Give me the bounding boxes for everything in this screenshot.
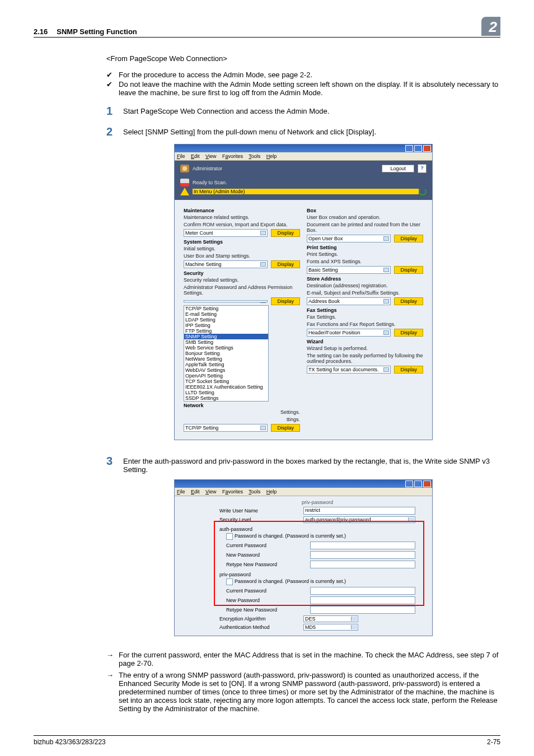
card-desc: Confirm ROM version, Import and Export d…: [184, 222, 300, 227]
dropdown-item[interactable]: IEEE802.1X Authentication Setting: [184, 384, 268, 390]
minimize-icon[interactable]: [405, 480, 413, 487]
card-title-security: Security: [184, 270, 300, 276]
note-arrow: For the current password, enter the MAC …: [106, 651, 500, 668]
select-maintenance[interactable]: Meter Count: [184, 229, 268, 237]
admin-label: Administrator: [193, 166, 222, 171]
input-new-password[interactable]: [310, 596, 415, 604]
dropdown-item-selected[interactable]: SNMP Setting: [184, 334, 268, 339]
display-button[interactable]: Display: [394, 329, 423, 337]
select-encryption-algorithm[interactable]: DES: [303, 615, 358, 622]
dropdown-item[interactable]: AppleTalk Setting: [184, 362, 268, 367]
menu-edit[interactable]: Edit: [191, 489, 200, 494]
menu-file[interactable]: File: [177, 489, 185, 494]
menu-view[interactable]: View: [205, 489, 216, 494]
note-arrow: The entry of a wrong SNMP password (auth…: [106, 671, 500, 713]
label-auth-password: auth-password: [219, 526, 415, 532]
display-button[interactable]: Display: [271, 229, 300, 237]
display-button[interactable]: Display: [394, 266, 423, 274]
menu-view[interactable]: View: [205, 153, 216, 159]
step-number: 1: [106, 105, 123, 118]
dropdown-item[interactable]: WebDAV Settings: [184, 367, 268, 373]
input-new-password[interactable]: [310, 551, 415, 559]
refresh-icon[interactable]: [419, 188, 427, 195]
dropdown-item[interactable]: NetWare Setting: [184, 356, 268, 362]
card-desc: ttings.: [184, 417, 300, 422]
select-security[interactable]: [184, 300, 268, 302]
menu-tools[interactable]: Tools: [249, 153, 260, 159]
label-retype-password: Retype New Password: [226, 562, 310, 567]
titlebar: [175, 480, 432, 488]
maximize-icon[interactable]: [414, 480, 422, 487]
dropdown-item[interactable]: E-mail Setting: [184, 311, 268, 317]
dropdown-item[interactable]: TCP Socket Setting: [184, 379, 268, 384]
display-button[interactable]: Display: [271, 424, 300, 432]
logout-button[interactable]: Logout: [382, 165, 414, 172]
checkbox-password-changed[interactable]: [226, 578, 233, 585]
select-security-level[interactable]: auth-password/priv-password: [303, 516, 415, 523]
select-fax[interactable]: Header/Footer Position: [307, 329, 391, 337]
dropdown-item[interactable]: Web Service Settings: [184, 345, 268, 351]
select-print[interactable]: Basic Setting: [307, 266, 391, 274]
browser-window: File Edit View Favorites Tools Help priv…: [174, 479, 433, 636]
display-button[interactable]: Display: [271, 260, 300, 268]
label-priv-password: priv-password: [219, 572, 415, 577]
input-current-password[interactable]: [310, 587, 415, 595]
input-retype-password[interactable]: [310, 561, 415, 568]
display-button[interactable]: Display: [271, 297, 300, 305]
checklist-item: For the procedure to access the Admin Mo…: [106, 71, 500, 79]
card-title-box: Box: [307, 208, 423, 213]
input-retype-password[interactable]: [310, 606, 415, 614]
menu-favorites[interactable]: Favorites: [222, 153, 243, 159]
minimize-icon[interactable]: [405, 145, 413, 152]
maximize-icon[interactable]: [414, 145, 422, 152]
menu-favorites[interactable]: Favorites: [222, 489, 243, 494]
dropdown-item[interactable]: IPP Setting: [184, 323, 268, 328]
close-icon[interactable]: [423, 480, 431, 487]
dropdown-item[interactable]: OpenAPI Setting: [184, 373, 268, 379]
card-desc: Security related settings.: [184, 277, 300, 283]
display-button[interactable]: Display: [394, 235, 423, 242]
input-current-password[interactable]: [310, 542, 415, 549]
select-store[interactable]: Address Book: [307, 297, 391, 305]
card-desc: Fax Functions and Fax Report Settings.: [307, 321, 423, 327]
card-desc: The setting can be easily performed by f…: [307, 353, 423, 364]
select-box[interactable]: Open User Box: [307, 235, 391, 242]
label-retype-password: Retype New Password: [226, 607, 310, 613]
help-icon[interactable]: ?: [418, 164, 427, 173]
card-desc: Initial settings.: [184, 246, 300, 251]
dropdown-item[interactable]: LDAP Setting: [184, 317, 268, 323]
dropdown-item[interactable]: SSDP Settings: [184, 395, 268, 401]
display-button[interactable]: Display: [394, 366, 423, 374]
checklist-item: Do not leave the machine with the Admin …: [106, 80, 500, 97]
card-desc: Destination (addresses) registration.: [307, 283, 423, 288]
menu-help[interactable]: Help: [266, 153, 277, 159]
step-text: Select [SNMP Setting] from the pull-down…: [123, 125, 500, 136]
label-new-password: New Password: [226, 598, 310, 603]
select-system[interactable]: Machine Setting: [184, 260, 268, 268]
select-network[interactable]: TCP/IP Setting: [184, 424, 268, 432]
card-desc: E-mail, Subject and Prefix/Suffix Settin…: [307, 290, 423, 296]
dropdown-item[interactable]: SMB Setting: [184, 339, 268, 345]
dropdown-item[interactable]: Bonjour Setting: [184, 351, 268, 356]
browser-window: File Edit View Favorites Tools Help Admi…: [174, 144, 433, 440]
menu-file[interactable]: File: [177, 153, 185, 159]
select-auth-method[interactable]: MD5: [303, 624, 358, 631]
label-auth-method: Authentication Method: [219, 624, 303, 630]
select-wizard[interactable]: TX Setting for scan documents.: [307, 366, 391, 374]
input-write-user-name[interactable]: restrict: [303, 507, 415, 515]
menu-edit[interactable]: Edit: [191, 153, 200, 159]
status-mode: In Menu (Admin Mode): [193, 189, 419, 194]
close-icon[interactable]: [423, 145, 431, 152]
menu-help[interactable]: Help: [266, 489, 277, 494]
lead-text: <From PageScope Web Connection>: [106, 54, 500, 63]
dropdown-item[interactable]: LLTD Setting: [184, 390, 268, 395]
card-desc: Print Settings.: [307, 251, 423, 257]
dropdown-item[interactable]: FTP Setting: [184, 328, 268, 334]
menu-tools[interactable]: Tools: [249, 489, 260, 494]
top-label: priv-password: [219, 500, 415, 505]
titlebar: [175, 144, 432, 152]
display-button[interactable]: Display: [394, 297, 423, 305]
dropdown-item[interactable]: TCP/IP Setting: [184, 306, 268, 311]
checkbox-password-changed[interactable]: [226, 533, 233, 540]
step-text: Start PageScope Web Connection and acces…: [123, 105, 500, 115]
